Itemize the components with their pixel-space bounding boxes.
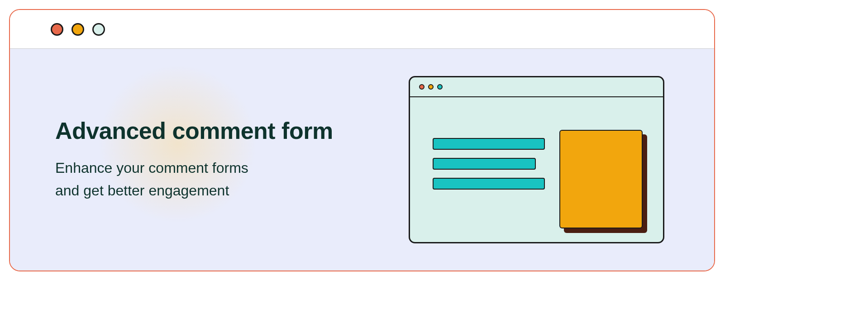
mini-window-icon xyxy=(409,76,664,243)
subheading-line-1: Enhance your comment forms xyxy=(55,160,248,176)
minimize-icon[interactable] xyxy=(72,23,84,36)
page-subheading: Enhance your comment forms and get bette… xyxy=(55,157,409,202)
text-line-icon xyxy=(433,158,536,170)
hero-text: Advanced comment form Enhance your comme… xyxy=(55,117,409,202)
subheading-line-2: and get better engagement xyxy=(55,182,229,199)
mini-maximize-icon xyxy=(437,84,443,90)
mini-title-bar xyxy=(410,77,663,97)
mini-minimize-icon xyxy=(428,84,434,90)
hero-illustration xyxy=(409,76,664,243)
page-heading: Advanced comment form xyxy=(55,117,409,144)
title-bar xyxy=(10,10,714,49)
content-area: Advanced comment form Enhance your comme… xyxy=(10,49,714,271)
card-icon xyxy=(559,130,643,228)
close-icon[interactable] xyxy=(51,23,63,36)
window-frame: Advanced comment form Enhance your comme… xyxy=(9,9,715,271)
mini-close-icon xyxy=(419,84,424,90)
text-line-icon xyxy=(433,138,545,150)
mini-body xyxy=(410,97,663,242)
maximize-icon[interactable] xyxy=(92,23,105,36)
text-line-icon xyxy=(433,178,545,190)
